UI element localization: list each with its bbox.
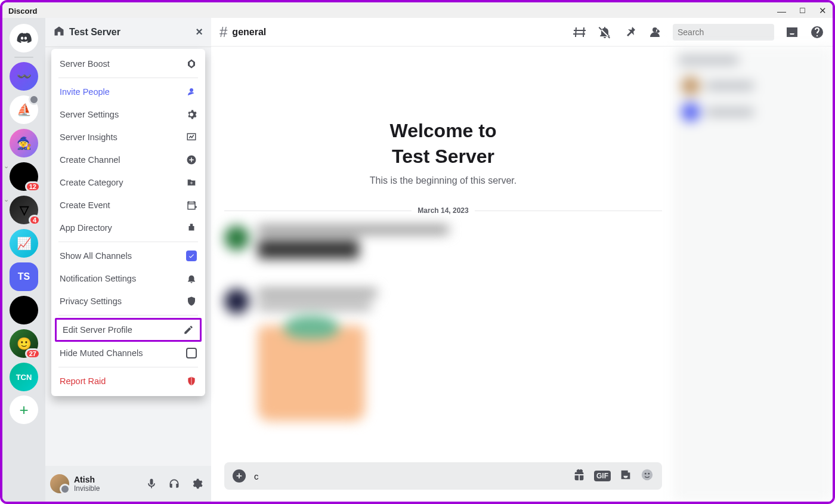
menu-report-raid[interactable]: Report Raid xyxy=(51,370,205,392)
close-menu-icon[interactable]: × xyxy=(196,25,203,39)
menu-divider xyxy=(58,367,198,367)
folder-chevron-icon[interactable]: ⌄ xyxy=(4,162,9,170)
gift-icon[interactable] xyxy=(573,468,586,484)
message-item xyxy=(224,225,662,259)
menu-label: Server Boost xyxy=(60,59,110,69)
app-window: Discord — ☐ ✕ 〰️⛵🧙⌄◯12⌄▽4📈TS✱🙂27TCN + xyxy=(2,2,833,502)
menu-label: Invite People xyxy=(60,87,110,97)
date-divider: March 14, 2023 xyxy=(224,206,662,215)
server-home-icon xyxy=(54,26,64,39)
boost-icon xyxy=(186,58,197,69)
pencil-icon xyxy=(183,324,194,335)
window-titlebar: Discord — ☐ ✕ xyxy=(2,2,833,18)
member-row[interactable] xyxy=(679,73,827,99)
menu-server-insights[interactable]: Server Insights xyxy=(51,126,205,149)
server-user1[interactable]: 🙂27 xyxy=(10,329,38,358)
bell-icon xyxy=(186,273,197,284)
server-dropdown-menu: Server BoostInvite PeopleServer Settings… xyxy=(51,49,205,396)
minimize-button[interactable]: — xyxy=(777,6,786,16)
attach-button[interactable]: + xyxy=(233,469,246,483)
menu-show-all-channels[interactable]: Show All Channels xyxy=(51,245,205,267)
server-test[interactable]: TS xyxy=(10,262,38,291)
menu-privacy-settings[interactable]: Privacy Settings xyxy=(51,290,205,313)
menu-create-category[interactable]: Create Category xyxy=(51,171,205,194)
shield-icon xyxy=(186,296,197,307)
settings-button[interactable] xyxy=(187,474,206,493)
menu-create-event[interactable]: Create Event xyxy=(51,194,205,217)
message-list[interactable]: Welcome toTest Server This is the beginn… xyxy=(211,47,673,462)
menu-label: Show All Channels xyxy=(60,251,132,261)
unread-badge: 27 xyxy=(25,348,41,359)
menu-label: Create Event xyxy=(60,200,110,210)
member-list-header xyxy=(679,56,738,64)
search-input[interactable] xyxy=(678,27,782,37)
server-chatgpt[interactable]: ✱ xyxy=(10,296,38,324)
discord-home-icon[interactable] xyxy=(10,24,38,52)
compose-text[interactable]: c xyxy=(254,471,564,481)
member-list[interactable] xyxy=(673,47,833,502)
checkbox-empty-icon xyxy=(186,348,197,358)
mute-mic-button[interactable] xyxy=(142,474,161,493)
menu-invite-people[interactable]: Invite People xyxy=(51,81,205,103)
server-triangle[interactable]: ▽4 xyxy=(10,196,38,224)
server-stocks[interactable]: 📈 xyxy=(10,229,38,258)
menu-app-directory[interactable]: App Directory xyxy=(51,217,205,239)
channel-header: # general xyxy=(211,18,833,47)
menu-divider xyxy=(58,315,198,316)
message-composer[interactable]: + c GIF xyxy=(224,462,662,490)
sticker-icon[interactable] xyxy=(619,468,632,484)
menu-notification-settings[interactable]: Notification Settings xyxy=(51,267,205,290)
emoji-picker-icon[interactable] xyxy=(641,468,654,484)
server-opensea[interactable]: ◯12 xyxy=(10,162,38,191)
search-box[interactable] xyxy=(673,24,774,41)
inbox-icon[interactable] xyxy=(785,25,799,39)
menu-label: App Directory xyxy=(60,223,112,233)
menu-label: Server Insights xyxy=(60,132,117,142)
menu-edit-server-profile[interactable]: Edit Server Profile xyxy=(57,320,200,340)
menu-server-settings[interactable]: Server Settings xyxy=(51,103,205,126)
folder-chevron-icon[interactable]: ⌄ xyxy=(4,196,9,203)
unread-badge: 4 xyxy=(29,215,41,225)
robot-icon xyxy=(186,222,197,233)
add-server-button[interactable]: + xyxy=(10,395,38,424)
server-header-toggle[interactable]: Test Server × xyxy=(45,18,211,47)
gif-button[interactable]: GIF xyxy=(594,471,611,481)
deafen-button[interactable] xyxy=(165,474,184,493)
member-list-toggle[interactable] xyxy=(648,25,662,39)
user-name: Atish xyxy=(74,475,137,484)
folder-plus-icon xyxy=(186,177,197,188)
threads-icon[interactable] xyxy=(573,25,587,39)
menu-label: Report Raid xyxy=(60,376,106,386)
server-ten[interactable]: TCN xyxy=(10,363,38,391)
server-wavelength[interactable]: 〰️ xyxy=(10,62,38,91)
muted-indicator-icon xyxy=(29,94,39,105)
user-status: Invisible xyxy=(74,484,137,493)
window-controls: — ☐ ✕ xyxy=(777,5,827,16)
server-midjourney[interactable]: ⛵ xyxy=(10,95,38,124)
server-name: Test Server xyxy=(69,27,120,38)
svg-point-2 xyxy=(645,473,647,475)
notification-mute-icon[interactable] xyxy=(598,25,612,39)
insights-icon xyxy=(186,132,197,143)
menu-label: Notification Settings xyxy=(60,274,136,283)
menu-divider xyxy=(58,78,198,78)
pinned-messages-icon[interactable] xyxy=(623,25,637,39)
menu-server-boost[interactable]: Server Boost xyxy=(51,52,205,75)
maximize-button[interactable]: ☐ xyxy=(799,7,806,15)
plus-circle-icon xyxy=(186,154,197,165)
member-row[interactable] xyxy=(679,99,827,125)
menu-create-channel[interactable]: Create Channel xyxy=(51,149,205,171)
menu-label: Privacy Settings xyxy=(60,296,122,306)
close-window-button[interactable]: ✕ xyxy=(819,5,827,16)
help-icon[interactable] xyxy=(810,25,824,39)
app-title: Discord xyxy=(8,7,37,16)
gear-icon xyxy=(186,109,197,120)
user-panel: Atish Invisible xyxy=(45,466,211,502)
channel-name: general xyxy=(232,27,266,38)
rail-divider xyxy=(14,57,33,58)
server-fantasy[interactable]: 🧙 xyxy=(10,129,38,157)
menu-hide-muted-channels[interactable]: Hide Muted Channels xyxy=(51,342,205,364)
menu-label: Create Category xyxy=(60,178,123,187)
calendar-plus-icon xyxy=(186,200,197,211)
user-avatar[interactable] xyxy=(50,474,69,493)
